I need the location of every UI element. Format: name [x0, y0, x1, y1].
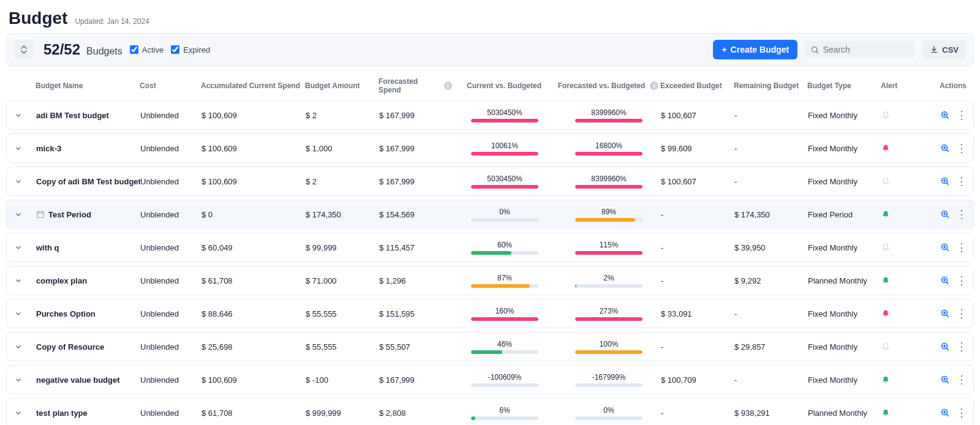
row-menu-button[interactable]: ⋮	[956, 143, 967, 154]
info-icon[interactable]: i	[444, 81, 452, 90]
col-acc-spend[interactable]: Accumulated Current Spend	[201, 81, 305, 90]
actions-cell: ⋮	[918, 374, 967, 385]
expand-row-button[interactable]	[13, 209, 24, 220]
expand-row-button[interactable]	[13, 143, 24, 154]
budget-name[interactable]: Purches Option	[36, 309, 140, 318]
forecasted-spend: $ 2,808	[379, 408, 453, 418]
view-details-button[interactable]	[940, 276, 950, 285]
col-cost[interactable]: Cost	[140, 81, 201, 90]
col-forecasted-spend[interactable]: Forecasted Spendi	[379, 77, 452, 94]
pct-cell: 10061%	[453, 141, 557, 156]
budget-name[interactable]: mick-3	[36, 144, 140, 153]
pct-label: 160%	[496, 307, 514, 315]
row-menu-button[interactable]: ⋮	[956, 374, 967, 385]
budget-name[interactable]: Copy of Resource	[36, 342, 140, 352]
col-alert[interactable]: Alert	[881, 81, 918, 90]
exceeded: $ 33,091	[661, 309, 734, 318]
pct-bar	[575, 251, 643, 255]
row-menu-button[interactable]: ⋮	[956, 275, 967, 286]
bell-icon[interactable]	[881, 210, 918, 219]
view-details-button[interactable]	[940, 342, 950, 352]
expand-row-button[interactable]	[13, 275, 24, 286]
create-budget-button[interactable]: + Create Budget	[713, 40, 797, 59]
pct-bar	[471, 152, 538, 156]
budget-type: Fixed Monthly	[808, 111, 881, 120]
col-budget-amount[interactable]: Budget Amount	[305, 81, 379, 90]
view-details-button[interactable]	[940, 110, 950, 120]
expand-row-button[interactable]	[13, 110, 24, 121]
bell-icon[interactable]	[881, 309, 918, 318]
acc-spend: $ 100,609	[202, 111, 306, 120]
search-input[interactable]	[823, 45, 909, 55]
view-details-button[interactable]	[940, 375, 950, 385]
col-forecasted-vs-budgeted[interactable]: Forecasted vs. Budgetedi	[556, 81, 660, 90]
bell-icon[interactable]	[881, 111, 918, 119]
bell-icon[interactable]	[881, 144, 918, 152]
csv-label: CSV	[942, 45, 959, 55]
budget-name[interactable]: Test Period	[36, 210, 140, 219]
row-menu-button[interactable]: ⋮	[956, 341, 967, 352]
updated-label: Updated: Jan 14, 2024	[75, 17, 149, 26]
bell-icon[interactable]	[881, 243, 918, 252]
budget-name[interactable]: negative value budget	[36, 375, 140, 385]
info-icon[interactable]: i	[650, 81, 658, 90]
pct-cell: 115%	[557, 241, 661, 255]
row-menu-button[interactable]: ⋮	[956, 176, 967, 187]
actions-cell: ⋮	[918, 143, 967, 154]
col-budget-name[interactable]: Budget Name	[36, 81, 140, 90]
view-details-button[interactable]	[940, 243, 950, 252]
row-menu-button[interactable]: ⋮	[956, 242, 967, 253]
budget-name[interactable]: with q	[36, 243, 140, 252]
pct-cell: -167999%	[557, 373, 661, 387]
acc-spend: $ 100,609	[202, 177, 306, 186]
col-current-vs-budgeted[interactable]: Current vs. Budgeted	[452, 81, 556, 90]
expand-row-button[interactable]	[13, 176, 24, 187]
csv-button[interactable]: CSV	[922, 40, 966, 59]
row-menu-button[interactable]: ⋮	[956, 308, 967, 319]
active-checkbox[interactable]: Active	[130, 45, 164, 55]
col-remaining[interactable]: Remaining Budget	[734, 81, 807, 90]
bell-icon[interactable]	[881, 375, 918, 384]
acc-spend: $ 25,698	[202, 342, 306, 352]
view-details-button[interactable]	[940, 209, 950, 219]
pct-cell: 60%	[453, 241, 557, 255]
forecasted-spend: $ 167,999	[379, 375, 453, 385]
budget-name[interactable]: complex plan	[36, 276, 140, 285]
exceeded: -	[661, 210, 734, 219]
view-details-button[interactable]	[940, 176, 950, 186]
expand-row-button[interactable]	[13, 374, 24, 385]
active-checkbox-input[interactable]	[130, 45, 138, 54]
row-menu-button[interactable]: ⋮	[956, 110, 967, 121]
budget-amount: $ 174,350	[306, 210, 379, 219]
view-details-button[interactable]	[940, 309, 950, 318]
view-details-button[interactable]	[940, 143, 950, 153]
budget-name-text: Copy of Resource	[36, 342, 104, 352]
budget-name[interactable]: adi BM Test budget	[36, 111, 140, 120]
expand-row-button[interactable]	[13, 242, 24, 253]
bell-icon[interactable]	[881, 177, 918, 186]
row-menu-button[interactable]: ⋮	[956, 209, 967, 220]
exceeded: -	[661, 243, 734, 252]
search-box[interactable]	[805, 41, 915, 58]
bell-icon[interactable]	[881, 276, 918, 285]
expand-row-button[interactable]	[13, 341, 24, 352]
bell-icon[interactable]	[881, 342, 918, 351]
pct-bar	[575, 317, 643, 321]
col-type[interactable]: Budget Type	[807, 81, 881, 90]
budget-name[interactable]: test plan type	[36, 408, 140, 418]
col-exceeded[interactable]: Exceeded Budget	[660, 81, 734, 90]
bell-icon[interactable]	[881, 408, 918, 417]
remaining: -	[734, 375, 808, 385]
expired-checkbox-input[interactable]	[171, 45, 179, 54]
view-details-button[interactable]	[940, 408, 950, 418]
budget-amount: $ 55,555	[306, 342, 379, 352]
budget-name[interactable]: Copy of adi BM Test budget...	[36, 177, 140, 186]
sort-handle-icon[interactable]	[14, 40, 34, 59]
expand-row-button[interactable]	[13, 407, 24, 418]
pct-bar	[471, 317, 538, 321]
expired-checkbox[interactable]: Expired	[171, 45, 210, 55]
row-menu-button[interactable]: ⋮	[956, 407, 967, 418]
col-actions: Actions	[918, 81, 967, 90]
pct-label: 46%	[497, 340, 512, 348]
expand-row-button[interactable]	[13, 308, 24, 319]
